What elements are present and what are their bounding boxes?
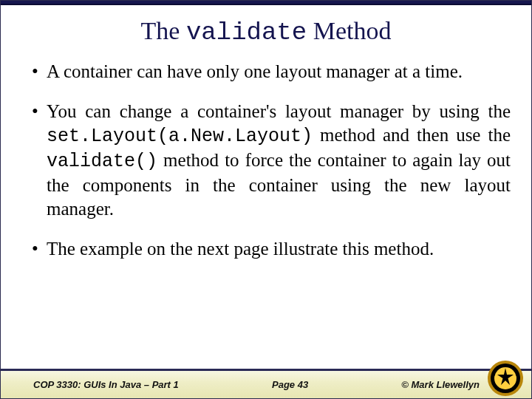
bullet2-part2: method and then use the xyxy=(313,125,511,145)
bullet-item: • A container can have only one layout m… xyxy=(32,60,511,83)
bullet-text: You can change a container's layout mana… xyxy=(47,100,511,221)
bullet-text: The example on the next page illustrate … xyxy=(47,237,511,261)
bullet-dot: • xyxy=(32,100,47,123)
title-suffix: Method xyxy=(307,17,391,44)
slide-title: The validate Method xyxy=(1,17,531,47)
bullet2-code2: validate() xyxy=(47,151,157,172)
top-accent-bar xyxy=(1,1,531,5)
ucf-logo-icon xyxy=(487,360,524,397)
footer-page: Page 43 xyxy=(272,379,308,390)
slide-content: • A container can have only one layout m… xyxy=(1,60,531,355)
footer: COP 3330: GUIs In Java – Part 1 Page 43 … xyxy=(1,355,531,398)
bullet-item: • You can change a container's layout ma… xyxy=(32,100,511,221)
bullet2-code1: set.Layout(a.New.Layout) xyxy=(47,126,313,147)
bullet-text: A container can have only one layout man… xyxy=(47,60,511,83)
title-code: validate xyxy=(186,18,307,47)
title-prefix: The xyxy=(141,17,186,44)
bullet-dot: • xyxy=(32,60,47,83)
bullet-item: • The example on the next page illustrat… xyxy=(32,237,511,261)
footer-course: COP 3330: GUIs In Java – Part 1 xyxy=(33,379,179,390)
bullet2-part1: You can change a container's layout mana… xyxy=(47,101,511,121)
footer-author: © Mark Llewellyn xyxy=(401,379,480,390)
footer-bar: COP 3330: GUIs In Java – Part 1 Page 43 … xyxy=(1,369,531,398)
slide: The validate Method • A container can ha… xyxy=(0,0,532,399)
bullet-dot: • xyxy=(32,237,47,261)
